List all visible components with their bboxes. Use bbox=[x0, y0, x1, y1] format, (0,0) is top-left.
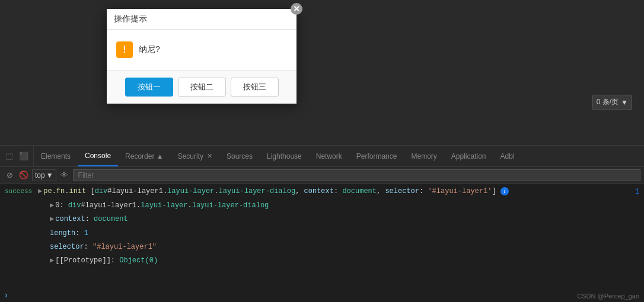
console-log-line-3: ▶context: document bbox=[0, 213, 644, 226]
log-level-success: success bbox=[5, 186, 34, 197]
tab-application[interactable]: Application bbox=[444, 146, 493, 166]
console-log-line-4: length: 1 bbox=[0, 227, 644, 240]
console-log-line-2: ▶0: div#layui-layer1.layui-layer.layui-l… bbox=[0, 199, 644, 213]
devtools-panel: ⬚ ⬛ Elements Console Recorder ▲ Security… bbox=[0, 145, 644, 302]
tab-network[interactable]: Network bbox=[309, 146, 349, 166]
tab-security[interactable]: Security ✕ bbox=[171, 146, 219, 166]
console-prompt: › bbox=[0, 288, 644, 302]
prompt-arrow-icon: › bbox=[5, 290, 8, 300]
toggle-filter-button[interactable]: 🚫 bbox=[18, 169, 30, 181]
log-level-6 bbox=[5, 255, 34, 256]
log-level-2 bbox=[5, 200, 34, 201]
tab-security-close[interactable]: ✕ bbox=[207, 152, 212, 160]
tab-elements[interactable]: Elements bbox=[34, 146, 78, 166]
console-filter-input[interactable] bbox=[73, 169, 640, 181]
eye-icon[interactable]: 👁 bbox=[59, 169, 71, 181]
log-level-5 bbox=[5, 242, 34, 242]
dialog-btn2[interactable]: 按钮二 bbox=[178, 78, 226, 97]
log-level-3 bbox=[5, 214, 34, 214]
per-page-select[interactable]: 0 条/页 ▼ bbox=[592, 95, 632, 110]
dialog: 操作提示 ✕ ! 纳尼? 按钮一 按钮二 按钮三 bbox=[107, 9, 297, 104]
tab-performance[interactable]: Performance bbox=[349, 146, 404, 166]
dialog-title: 操作提示 bbox=[114, 14, 147, 24]
dialog-close-button[interactable]: ✕ bbox=[291, 3, 302, 15]
webpage-content: 操作提示 ✕ ! 纳尼? 按钮一 按钮二 按钮三 0 条/页 ▼ bbox=[0, 0, 644, 145]
context-select[interactable]: top ▼ bbox=[32, 169, 56, 181]
tab-sources[interactable]: Sources bbox=[219, 146, 260, 166]
dialog-title-bar: 操作提示 ✕ bbox=[107, 9, 297, 30]
dialog-btn1[interactable]: 按钮一 bbox=[125, 78, 173, 97]
tab-console[interactable]: Console bbox=[78, 146, 118, 166]
console-output: success ▶pe.fn.init [div#layui-layer1.la… bbox=[0, 184, 644, 288]
dialog-footer: 按钮一 按钮二 按钮三 bbox=[107, 70, 297, 104]
watermark: CSDN @Percep_gan bbox=[577, 293, 639, 300]
console-log-line-1: success ▶pe.fn.init [div#layui-layer1.la… bbox=[0, 185, 644, 199]
console-toolbar: ⊘ 🚫 top ▼ 👁 bbox=[0, 167, 644, 184]
log-content-4: length: 1 bbox=[38, 228, 639, 239]
devtools-icon-group: ⬚ ⬛ bbox=[0, 146, 34, 166]
log-content-1: ▶pe.fn.init [div#layui-layer1.layui-laye… bbox=[38, 186, 624, 197]
log-level-4 bbox=[5, 228, 34, 229]
tab-adbl[interactable]: Adbl bbox=[493, 146, 522, 166]
cursor-icon[interactable]: ⬚ bbox=[4, 150, 15, 162]
tab-lighthouse[interactable]: Lighthouse bbox=[260, 146, 309, 166]
dialog-warning-icon: ! bbox=[116, 41, 133, 58]
console-log-line-5: selector: "#layui-layer1" bbox=[0, 240, 644, 254]
console-log-line-6: ▶[[Prototype]]: Object(0) bbox=[0, 254, 644, 268]
tab-recorder[interactable]: Recorder ▲ bbox=[118, 146, 171, 166]
log-content-2: ▶0: div#layui-layer1.layui-layer.layui-l… bbox=[38, 200, 639, 211]
info-icon[interactable]: i bbox=[500, 187, 509, 195]
pagination-area: 0 条/页 ▼ bbox=[592, 95, 632, 110]
log-count-1: 1 bbox=[627, 186, 639, 198]
log-content-5: selector: "#layui-layer1" bbox=[38, 242, 639, 253]
clear-console-button[interactable]: ⊘ bbox=[4, 169, 15, 181]
dialog-message: 纳尼? bbox=[139, 44, 160, 55]
devtools-tabs-bar: ⬚ ⬛ Elements Console Recorder ▲ Security… bbox=[0, 146, 644, 167]
dialog-btn3[interactable]: 按钮三 bbox=[231, 78, 279, 97]
log-content-6: ▶[[Prototype]]: Object(0) bbox=[38, 255, 639, 266]
tab-memory[interactable]: Memory bbox=[404, 146, 444, 166]
log-content-3: ▶context: document bbox=[38, 214, 639, 225]
dialog-body: ! 纳尼? bbox=[107, 30, 297, 70]
device-icon[interactable]: ⬛ bbox=[18, 150, 30, 162]
